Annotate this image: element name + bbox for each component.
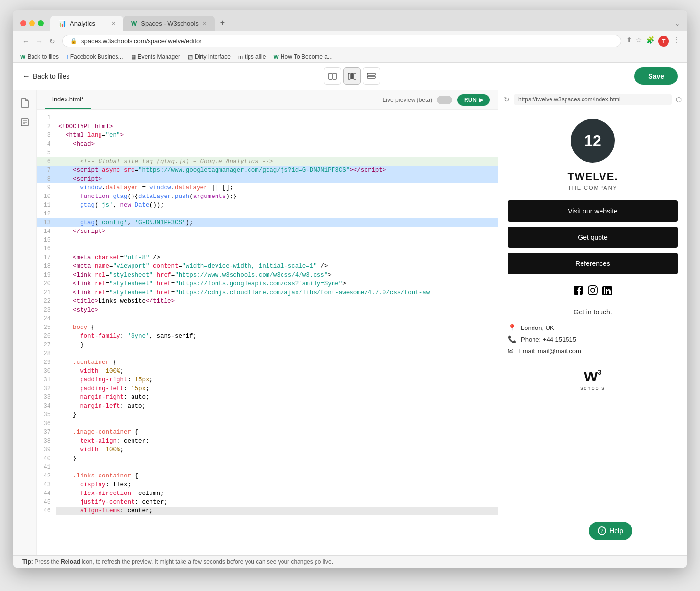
- preview-visit-website-button[interactable]: Visit our website: [508, 200, 678, 222]
- preview-contact-phone: 📞 Phone: +44 151515: [508, 335, 678, 343]
- layout-left-button[interactable]: [324, 67, 341, 85]
- code-line: 28: [37, 349, 498, 358]
- menu-icon[interactable]: ⋮: [673, 36, 680, 47]
- layout-left-icon: [328, 73, 337, 80]
- sidebar-icons: [13, 90, 37, 555]
- w3-logo-text: W: [584, 368, 598, 385]
- bookmark-icon[interactable]: ☆: [636, 36, 642, 47]
- back-to-files-button[interactable]: ← Back to files: [22, 72, 69, 81]
- share-icon[interactable]: ⬆: [626, 36, 632, 47]
- code-line: 26 font-family: 'Syne', sans-serif;: [37, 332, 498, 341]
- howto-bookmark-icon: W: [273, 54, 278, 60]
- preview-references-button[interactable]: References: [508, 253, 678, 274]
- facebook-social-icon[interactable]: [573, 285, 583, 298]
- editor-toolbar: ← Back to files: [13, 63, 687, 90]
- layout-right-button[interactable]: [363, 67, 380, 85]
- code-line: 16: [37, 245, 498, 253]
- maximize-button[interactable]: [38, 20, 44, 26]
- tabs-bar: 📊 Analytics ✕ W Spaces - W3schools ✕ + ⌄: [50, 15, 680, 31]
- index-html-tab[interactable]: index.html*: [45, 91, 91, 109]
- analytics-tab-icon: 📊: [58, 20, 66, 27]
- traffic-lights: [20, 20, 44, 31]
- code-line: 22 <title>Links website</title>: [37, 297, 498, 306]
- code-line: 41: [37, 463, 498, 472]
- code-line: 39 width: 100%;: [37, 445, 498, 454]
- code-line: 25 body {: [37, 323, 498, 332]
- code-editor[interactable]: 1 2 <!DOCTYPE html> 3 <html lang="en"> 4…: [37, 110, 498, 555]
- refresh-nav-button[interactable]: ↻: [48, 36, 57, 46]
- minimize-button[interactable]: [29, 20, 35, 26]
- svg-rect-5: [367, 73, 375, 75]
- w3-super-text: 3: [598, 368, 601, 376]
- facebook-label: Facebook Busines...: [70, 53, 123, 60]
- new-tab-button[interactable]: +: [215, 15, 231, 31]
- back-to-files-label: Back to files: [33, 72, 69, 80]
- run-arrow-icon: ▶: [479, 97, 483, 103]
- preview-w3-logo: W 3: [584, 368, 601, 385]
- preview-get-touch: Get in touch.: [573, 308, 612, 316]
- svg-point-9: [591, 288, 595, 292]
- phone-icon: 📞: [508, 335, 516, 343]
- sidebar-file-icon[interactable]: [17, 95, 33, 111]
- live-preview-toggle[interactable]: [437, 96, 452, 104]
- reload-word: Reload: [61, 558, 80, 565]
- back-nav-button[interactable]: ←: [20, 36, 31, 46]
- preview-open-button[interactable]: ⬡: [676, 96, 682, 103]
- back-arrow-icon: ←: [22, 72, 30, 81]
- location-icon: 📍: [508, 324, 516, 331]
- preview-email-text: Email: mail@mail.com: [518, 347, 581, 355]
- main-content: ← Back to files: [13, 63, 687, 568]
- bookmark-howto[interactable]: W How To Become a...: [273, 53, 333, 60]
- instagram-social-icon[interactable]: [587, 285, 598, 298]
- tab-analytics[interactable]: 📊 Analytics ✕: [50, 16, 123, 31]
- user-avatar[interactable]: T: [658, 36, 669, 47]
- lock-icon: 🔒: [70, 38, 77, 44]
- code-line: 32 padding-left: 15px;: [37, 384, 498, 393]
- layout-center-button[interactable]: [343, 67, 361, 85]
- linkedin-social-icon[interactable]: [602, 285, 613, 298]
- code-line: 21 <link rel="stylesheet" href="https://…: [37, 288, 498, 297]
- help-label: Help: [609, 527, 623, 535]
- code-line: 36: [37, 419, 498, 428]
- preview-address-bar: ↻ https://twelve.w3spaces.com/index.html…: [498, 90, 687, 109]
- bookmark-tips[interactable]: m tips allie: [238, 53, 266, 60]
- code-line: 1: [37, 114, 498, 122]
- analytics-tab-close[interactable]: ✕: [111, 20, 116, 27]
- svg-rect-8: [588, 286, 597, 295]
- code-line: 2 <!DOCTYPE html>: [37, 122, 498, 131]
- save-button[interactable]: Save: [634, 67, 678, 85]
- tabs-arrow[interactable]: ⌄: [675, 20, 680, 31]
- preview-get-quote-button[interactable]: Get quote: [508, 227, 678, 248]
- w3schools-tab-label: Spaces - W3schools: [141, 20, 199, 27]
- svg-rect-1: [333, 73, 336, 79]
- bookmark-facebook[interactable]: f Facebook Busines...: [67, 53, 123, 60]
- extensions-icon[interactable]: 🧩: [646, 36, 654, 47]
- preview-url-bar[interactable]: https://twelve.w3spaces.com/index.html: [514, 94, 672, 105]
- tip-bold: Tip:: [22, 558, 33, 565]
- layout-center-icon: [348, 73, 356, 80]
- tips-label: tips allie: [245, 53, 266, 60]
- layout-toggles: [324, 67, 380, 85]
- sidebar-pages-icon[interactable]: [17, 115, 33, 130]
- events-bookmark-icon: ▦: [131, 54, 136, 60]
- howto-label: How To Become a...: [281, 53, 333, 60]
- run-button[interactable]: RUN ▶: [457, 94, 490, 106]
- bookmark-w3-back[interactable]: W Back to files: [20, 53, 59, 60]
- url-bar[interactable]: 🔒 spaces.w3schools.com/space/twelve/edit…: [62, 35, 621, 47]
- bookmark-dirty[interactable]: ▧ Dirty interface: [188, 53, 231, 60]
- bookmark-events[interactable]: ▦ Events Manager: [131, 53, 180, 60]
- dirty-bookmark-icon: ▧: [188, 54, 193, 60]
- dirty-label: Dirty interface: [195, 53, 231, 60]
- preview-refresh-button[interactable]: ↻: [504, 96, 510, 103]
- code-line: 27 }: [37, 341, 498, 349]
- bookmarks-bar: W Back to files f Facebook Busines... ▦ …: [13, 51, 687, 63]
- tab-w3schools[interactable]: W Spaces - W3schools ✕: [123, 16, 215, 31]
- editor-workspace: index.html* Live preview (beta) RUN ▶: [13, 90, 687, 555]
- close-button[interactable]: [20, 20, 26, 26]
- code-line: 13 gtag('config', 'G-DNJN1PF3CS');: [37, 218, 498, 227]
- w3-bookmark-icon: W: [20, 54, 25, 60]
- forward-nav-button[interactable]: →: [34, 36, 45, 46]
- help-button[interactable]: ? Help: [589, 522, 632, 540]
- w3schools-tab-close[interactable]: ✕: [202, 20, 207, 27]
- code-line: 7 <script async src="https://www.googlet…: [37, 166, 498, 175]
